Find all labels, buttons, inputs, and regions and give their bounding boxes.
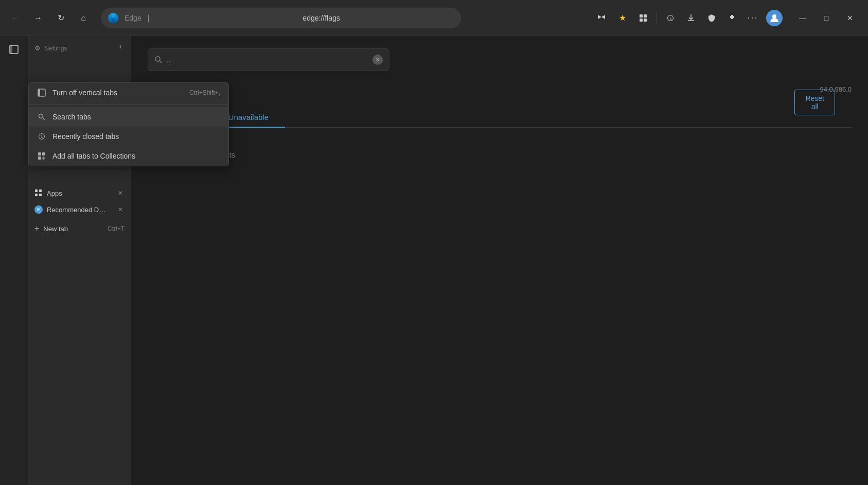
window-controls: — □ ✕ bbox=[791, 8, 862, 28]
apps-icon bbox=[34, 189, 43, 197]
vertical-tabs-icon bbox=[37, 88, 46, 97]
share-button[interactable] bbox=[593, 9, 611, 27]
forward-icon: → bbox=[34, 13, 42, 23]
svg-point-9 bbox=[39, 114, 43, 118]
home-button[interactable]: ⌂ bbox=[74, 9, 93, 27]
svg-rect-6 bbox=[10, 45, 12, 54]
profile-avatar[interactable] bbox=[766, 10, 783, 26]
maximize-button[interactable]: □ bbox=[814, 8, 838, 28]
recommended-close-button[interactable]: ✕ bbox=[116, 205, 125, 214]
new-tab-plus-icon: + bbox=[34, 224, 39, 233]
recommended-favicon: E bbox=[34, 205, 43, 214]
svg-point-18 bbox=[155, 57, 160, 61]
sidebar bbox=[0, 36, 28, 485]
main-layout: ‹ ⚙ Settings Turn off vertical tabs Ctrl… bbox=[0, 36, 868, 485]
collapse-button[interactable]: ‹ bbox=[114, 40, 127, 53]
svg-rect-8 bbox=[38, 89, 40, 96]
refresh-button[interactable]: ↻ bbox=[51, 9, 70, 27]
content-area: Reset all ✕ Experiments 94.0.986.0 Avail… bbox=[131, 36, 868, 485]
add-to-collections-icon bbox=[37, 151, 46, 161]
recommended-close-icon: ✕ bbox=[118, 206, 123, 213]
recommended-tab-title: Recommended D… bbox=[47, 206, 112, 214]
search-clear-button[interactable]: ✕ bbox=[373, 55, 383, 65]
apps-close-icon: ✕ bbox=[118, 189, 123, 197]
minimize-icon: — bbox=[799, 14, 806, 22]
close-button[interactable]: ✕ bbox=[838, 8, 862, 28]
share-icon bbox=[598, 14, 606, 22]
recommended-tab-item[interactable]: E Recommended D… ✕ bbox=[28, 201, 131, 218]
settings-tab-title: Settings bbox=[45, 45, 67, 52]
search-clear-icon: ✕ bbox=[375, 56, 380, 63]
svg-rect-15 bbox=[39, 189, 42, 192]
tab-panel-toggle[interactable] bbox=[5, 40, 23, 59]
extensions-button[interactable] bbox=[723, 9, 741, 27]
history-button[interactable] bbox=[661, 9, 680, 27]
tab-unavailable-label: Unavailable bbox=[228, 113, 269, 122]
reset-all-button[interactable]: Reset all bbox=[794, 90, 835, 115]
svg-rect-1 bbox=[644, 14, 647, 18]
svg-rect-13 bbox=[38, 157, 41, 160]
turn-off-vertical-tabs-label: Turn off vertical tabs bbox=[52, 89, 183, 97]
search-input[interactable] bbox=[167, 56, 368, 64]
svg-rect-16 bbox=[35, 194, 38, 196]
new-tab-shortcut: Ctrl+T bbox=[108, 225, 125, 232]
maximize-icon: □ bbox=[824, 14, 828, 22]
forward-button[interactable]: → bbox=[29, 9, 47, 27]
svg-rect-3 bbox=[644, 19, 647, 22]
home-icon: ⌂ bbox=[81, 13, 86, 23]
add-all-tabs-item[interactable]: Add all tabs to Collections bbox=[29, 146, 228, 166]
collections-button[interactable] bbox=[634, 9, 652, 27]
browser-name-label: Edge bbox=[125, 14, 141, 22]
apps-tab-title: Apps bbox=[47, 189, 112, 197]
search-bar[interactable]: ✕ bbox=[148, 48, 389, 71]
refresh-icon: ↻ bbox=[58, 13, 64, 23]
no-matching-text: No matching experiments bbox=[148, 142, 852, 167]
address-text: | bbox=[148, 14, 299, 22]
svg-rect-11 bbox=[38, 152, 41, 155]
collapse-icon: ‹ bbox=[119, 42, 122, 50]
edge-logo-icon bbox=[108, 13, 118, 23]
more-button[interactable]: ··· bbox=[743, 9, 762, 27]
collections-icon bbox=[639, 14, 647, 22]
turn-off-shortcut: Ctrl+Shift+, bbox=[189, 89, 220, 96]
star-icon: ★ bbox=[619, 13, 626, 23]
shield-button[interactable] bbox=[702, 9, 721, 27]
menu-divider-1 bbox=[29, 105, 228, 105]
favorites-button[interactable]: ★ bbox=[613, 9, 632, 27]
search-tabs-item[interactable]: Search tabs bbox=[29, 107, 228, 127]
search-tabs-label: Search tabs bbox=[52, 113, 220, 121]
apps-tab-item[interactable]: Apps ✕ bbox=[28, 185, 131, 201]
apps-close-button[interactable]: ✕ bbox=[116, 189, 125, 197]
new-tab-label: New tab bbox=[43, 225, 68, 233]
search-tabs-icon bbox=[37, 112, 46, 122]
new-tab-button[interactable]: + New tab Ctrl+T bbox=[28, 220, 131, 237]
back-icon: ← bbox=[11, 13, 20, 23]
svg-rect-14 bbox=[35, 189, 38, 192]
address-bar[interactable]: Edge | edge://flags bbox=[101, 8, 461, 28]
recently-closed-label: Recently closed tabs bbox=[52, 132, 220, 141]
turn-off-vertical-tabs-item[interactable]: Turn off vertical tabs Ctrl+Shift+, bbox=[29, 83, 228, 102]
shield-icon bbox=[707, 14, 716, 22]
recently-closed-item[interactable]: Recently closed tabs bbox=[29, 127, 228, 146]
experiments-header: Experiments 94.0.986.0 bbox=[148, 81, 852, 97]
titlebar: ← → ↻ ⌂ Edge | edge://flags ★ bbox=[0, 0, 868, 36]
svg-rect-2 bbox=[640, 19, 643, 22]
recently-closed-icon bbox=[37, 132, 46, 141]
tab-panel: ‹ ⚙ Settings Turn off vertical tabs Ctrl… bbox=[28, 36, 131, 485]
svg-point-4 bbox=[772, 14, 776, 19]
profile-icon bbox=[769, 13, 780, 23]
more-icon: ··· bbox=[747, 12, 758, 23]
back-button[interactable]: ← bbox=[6, 9, 25, 27]
add-all-tabs-label: Add all tabs to Collections bbox=[52, 152, 220, 160]
reset-all-label: Reset all bbox=[805, 94, 824, 111]
svg-line-10 bbox=[43, 118, 45, 120]
minimize-button[interactable]: — bbox=[791, 8, 814, 28]
downloads-button[interactable] bbox=[682, 9, 700, 27]
history-icon bbox=[666, 14, 675, 22]
svg-rect-17 bbox=[39, 194, 42, 196]
close-icon: ✕ bbox=[847, 14, 853, 22]
divider bbox=[657, 12, 657, 24]
settings-favicon: ⚙ bbox=[34, 44, 41, 52]
search-input-icon bbox=[154, 56, 163, 64]
svg-rect-0 bbox=[640, 14, 643, 18]
